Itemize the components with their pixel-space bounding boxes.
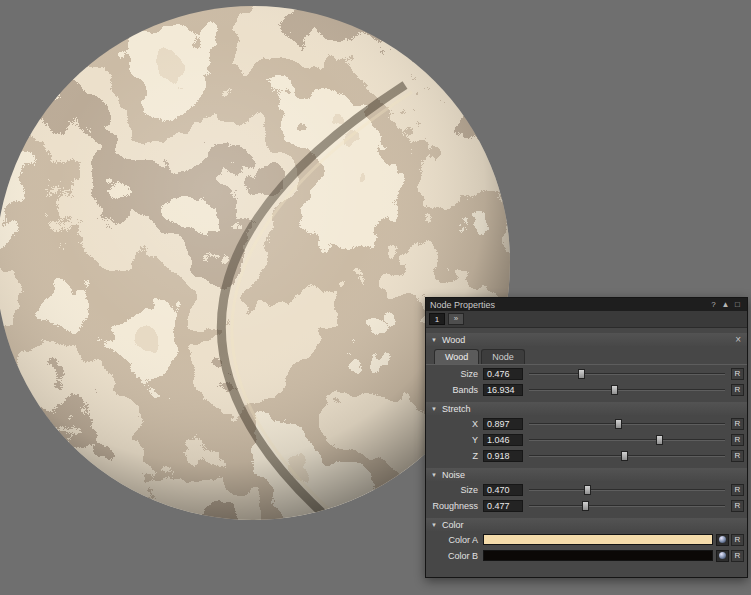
slider-handle[interactable] xyxy=(621,451,628,461)
close-icon[interactable]: × xyxy=(734,335,742,345)
section-label-noise: Noise xyxy=(442,470,465,480)
reset-button[interactable]: R xyxy=(731,384,744,396)
slider-handle[interactable] xyxy=(656,435,663,445)
property-row-bands: Bands 16.934 R xyxy=(426,382,747,397)
collapse-icon[interactable]: ▼ xyxy=(431,522,437,528)
tab-bar: Wood Node xyxy=(426,348,747,365)
section-label-color: Color xyxy=(442,520,464,530)
section-header-wood[interactable]: ▼ Wood × xyxy=(426,333,747,346)
section-label-wood: Wood xyxy=(442,335,465,345)
help-icon[interactable]: ? xyxy=(708,300,719,309)
stretch-y-slider[interactable] xyxy=(529,434,725,446)
property-row-stretch-y: Y 1.046 R xyxy=(426,432,747,447)
reset-button[interactable]: R xyxy=(731,434,744,446)
noise-size-slider[interactable] xyxy=(529,484,725,496)
section-label-stretch: Stretch xyxy=(442,404,471,414)
panel-toolbar: » xyxy=(426,311,747,328)
property-row-color-a: Color A R xyxy=(426,532,747,547)
collapse-icon[interactable]: ▼ xyxy=(431,406,437,412)
slider-track xyxy=(529,423,725,425)
color-a-label: Color A xyxy=(426,535,483,545)
property-row-stretch-x: X 0.897 R xyxy=(426,416,747,431)
color-b-label: Color B xyxy=(426,551,483,561)
collapse-icon[interactable]: ▼ xyxy=(431,472,437,478)
stretch-y-label: Y xyxy=(426,435,483,445)
reset-button[interactable]: R xyxy=(731,418,744,430)
bands-value-field[interactable]: 16.934 xyxy=(483,384,523,396)
size-value-field[interactable]: 0.476 xyxy=(483,368,523,380)
slider-handle[interactable] xyxy=(582,501,589,511)
node-properties-panel: Node Properties ? ▲ □ » ▼ Wood × Wood No… xyxy=(425,297,748,578)
slider-track xyxy=(529,489,725,491)
tab-wood[interactable]: Wood xyxy=(434,349,479,364)
stretch-y-value-field[interactable]: 1.046 xyxy=(483,434,523,446)
property-row-noise-size: Size 0.470 R xyxy=(426,482,747,497)
section-header-stretch[interactable]: ▼ Stretch xyxy=(426,402,747,415)
slider-track xyxy=(529,505,725,507)
roughness-value-field[interactable]: 0.477 xyxy=(483,500,523,512)
color-b-swatch[interactable] xyxy=(483,550,713,561)
stretch-z-value-field[interactable]: 0.918 xyxy=(483,450,523,462)
expand-button[interactable]: » xyxy=(448,313,464,325)
property-row-size: Size 0.476 R xyxy=(426,366,747,381)
stretch-x-label: X xyxy=(426,419,483,429)
pin-icon[interactable]: ▲ xyxy=(720,300,731,309)
slider-track xyxy=(529,373,725,375)
color-picker-icon[interactable] xyxy=(716,534,729,546)
color-a-swatch[interactable] xyxy=(483,534,713,545)
size-slider[interactable] xyxy=(529,368,725,380)
roughness-label: Roughness xyxy=(426,501,483,511)
bands-label: Bands xyxy=(426,385,483,395)
stretch-x-value-field[interactable]: 0.897 xyxy=(483,418,523,430)
stretch-x-slider[interactable] xyxy=(529,418,725,430)
stretch-z-slider[interactable] xyxy=(529,450,725,462)
reset-button[interactable]: R xyxy=(731,484,744,496)
reset-button[interactable]: R xyxy=(731,368,744,380)
property-row-color-b: Color B R xyxy=(426,548,747,563)
collapse-icon[interactable]: ▼ xyxy=(431,337,437,343)
section-header-color[interactable]: ▼ Color xyxy=(426,518,747,531)
property-row-roughness: Roughness 0.477 R xyxy=(426,498,747,513)
noise-size-value-field[interactable]: 0.470 xyxy=(483,484,523,496)
color-picker-icon[interactable] xyxy=(716,550,729,562)
noise-size-label: Size xyxy=(426,485,483,495)
bands-slider[interactable] xyxy=(529,384,725,396)
panel-title: Node Properties xyxy=(430,300,495,310)
index-field[interactable] xyxy=(429,313,445,325)
reset-button[interactable]: R xyxy=(731,534,744,546)
reset-button[interactable]: R xyxy=(731,450,744,462)
roughness-slider[interactable] xyxy=(529,500,725,512)
panel-body: ▼ Wood × Wood Node Size 0.476 R Bands 16… xyxy=(426,328,747,577)
stretch-z-label: Z xyxy=(426,451,483,461)
reset-button[interactable]: R xyxy=(731,550,744,562)
slider-track xyxy=(529,439,725,441)
slider-handle[interactable] xyxy=(584,485,591,495)
section-header-noise[interactable]: ▼ Noise xyxy=(426,468,747,481)
reset-button[interactable]: R xyxy=(731,500,744,512)
panel-titlebar[interactable]: Node Properties ? ▲ □ xyxy=(426,298,747,311)
slider-handle[interactable] xyxy=(578,369,585,379)
tab-node[interactable]: Node xyxy=(481,349,525,364)
detach-icon[interactable]: □ xyxy=(732,300,743,309)
slider-handle[interactable] xyxy=(611,385,618,395)
size-label: Size xyxy=(426,369,483,379)
property-row-stretch-z: Z 0.918 R xyxy=(426,448,747,463)
slider-handle[interactable] xyxy=(615,419,622,429)
slider-track xyxy=(529,389,725,391)
